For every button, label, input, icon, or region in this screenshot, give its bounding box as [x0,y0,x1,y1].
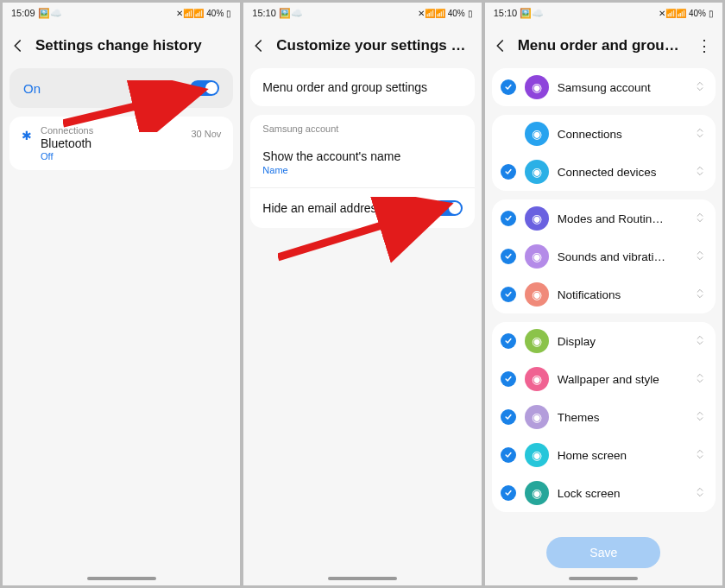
group-label: Samsung account [250,115,474,137]
drag-handle-icon[interactable] [693,410,707,425]
menu-item[interactable]: ◉Connected devices [492,153,716,191]
toggle-switch[interactable] [190,80,219,96]
app-icon: ◉ [525,75,549,99]
check-icon[interactable] [501,79,516,95]
row-show-name[interactable]: Show the account's name Name [250,137,474,187]
nav-handle[interactable] [87,577,156,580]
check-icon[interactable] [501,333,516,349]
app-icon: ◉ [525,481,549,505]
status-icons-left: 🖼️☁️ [38,8,62,19]
check-icon[interactable] [501,409,516,425]
app-icon: ◉ [525,244,549,269]
app-icon: ◉ [525,122,549,146]
menu-item[interactable]: ◉Notifications [492,275,716,313]
status-battery: 40% [689,9,706,18]
menu-item-label: Modes and Routin… [558,212,684,225]
panel-customize-home: 15:10 🖼️☁️ ✕📶📶 40% ▯ Customize your sett… [242,1,482,587]
app-icon: ◉ [525,329,549,353]
status-bar: 15:10 🖼️☁️ ✕📶📶 40% ▯ [485,3,722,23]
check-icon[interactable] [501,371,516,387]
menu-list: ◉Samsung account◉Connections◉Connected d… [485,68,722,585]
page-title: Settings change history [35,37,231,54]
panel-settings-history: 15:09 🖼️☁️ ✕📶📶 40% ▯ Settings change his… [1,1,242,587]
battery-icon: ▯ [468,9,473,18]
menu-item-label: Notifications [558,288,684,301]
back-icon[interactable] [490,35,511,56]
history-toggle-row[interactable]: On [9,68,233,108]
header: Menu order and group se… ⋮ [485,23,722,68]
status-battery: 40% [448,9,465,18]
drag-handle-icon[interactable] [693,334,707,349]
status-time: 15:09 [11,8,35,18]
menu-item[interactable]: ◉Lock screen [492,474,716,512]
menu-item[interactable]: ◉Modes and Routin… [492,199,716,237]
drag-handle-icon[interactable] [693,448,707,463]
drag-handle-icon[interactable] [693,165,707,180]
history-entry[interactable]: ✱ Connections Bluetooth Off 30 Nov [9,117,233,170]
status-time: 15:10 [252,8,276,18]
row-menu-order[interactable]: Menu order and group settings [250,68,474,106]
check-icon[interactable] [501,249,516,264]
drag-handle-icon[interactable] [693,486,707,501]
back-icon[interactable] [249,35,269,56]
page-title: Menu order and group se… [518,37,688,54]
drag-handle-icon[interactable] [693,288,707,302]
row-hide-email[interactable]: Hide an email address [250,188,474,228]
check-icon[interactable] [501,447,516,463]
check-icon[interactable] [501,485,516,501]
menu-item[interactable]: ◉Wallpaper and style [492,360,716,398]
status-battery: 40% [206,9,224,18]
back-icon[interactable] [8,35,28,56]
row-hide-email-label: Hide an email address [262,201,382,215]
menu-item[interactable]: ◉Display [492,322,716,360]
row-show-name-label: Show the account's name [262,149,400,163]
history-category: Connections [41,125,182,136]
battery-icon: ▯ [226,9,231,18]
menu-item[interactable]: ◉Connections [492,115,716,153]
nav-handle[interactable] [569,577,638,580]
drag-handle-icon[interactable] [693,80,707,95]
more-icon[interactable]: ⋮ [695,36,714,55]
hide-email-switch[interactable] [433,200,463,216]
status-bar: 15:09 🖼️☁️ ✕📶📶 40% ▯ [3,3,240,23]
menu-group: ◉Samsung account [492,68,716,106]
panel-menu-order: 15:10 🖼️☁️ ✕📶📶 40% ▯ Menu order and grou… [483,1,724,587]
drag-handle-icon[interactable] [693,212,707,226]
menu-item-label: Connections [558,128,684,141]
menu-item-label: Samsung account [558,81,684,94]
header: Settings change history [3,23,240,68]
menu-item[interactable]: ◉Samsung account [492,68,716,106]
status-icons-left: 🖼️☁️ [520,8,544,19]
menu-item-label: Sounds and vibrati… [558,250,684,263]
battery-icon: ▯ [709,9,714,18]
status-icons-right: ✕📶📶 [176,9,204,18]
menu-item-label: Home screen [558,449,684,462]
drag-handle-icon[interactable] [693,127,707,142]
nav-handle[interactable] [328,577,397,580]
app-icon: ◉ [525,160,549,184]
menu-item[interactable]: ◉Home screen [492,436,716,474]
row-show-name-sub: Name [262,165,400,175]
history-item: Bluetooth [41,136,182,150]
drag-handle-icon[interactable] [693,372,707,387]
app-icon: ◉ [525,443,549,467]
toggle-label: On [23,81,41,96]
history-state: Off [41,151,182,161]
row-menu-order-label: Menu order and group settings [262,80,427,94]
menu-item[interactable]: ◉Themes [492,398,716,436]
status-icons-left: 🖼️☁️ [279,8,303,19]
status-icons-right: ✕📶📶 [659,9,686,18]
menu-item-label: Lock screen [558,487,684,500]
card-menu-order: Menu order and group settings [250,68,474,106]
check-icon[interactable] [501,287,516,302]
app-icon: ◉ [525,405,549,429]
check-icon[interactable] [501,164,516,180]
save-button[interactable]: Save [546,537,660,568]
card-samsung-account: Samsung account Show the account's name … [250,115,474,228]
menu-group: ◉Display◉Wallpaper and style◉Themes◉Home… [492,322,716,512]
check-icon[interactable] [501,211,516,226]
menu-item[interactable]: ◉Sounds and vibrati… [492,237,716,275]
drag-handle-icon[interactable] [693,250,707,264]
status-bar: 15:10 🖼️☁️ ✕📶📶 40% ▯ [243,3,481,23]
menu-item-label: Connected devices [558,166,684,179]
